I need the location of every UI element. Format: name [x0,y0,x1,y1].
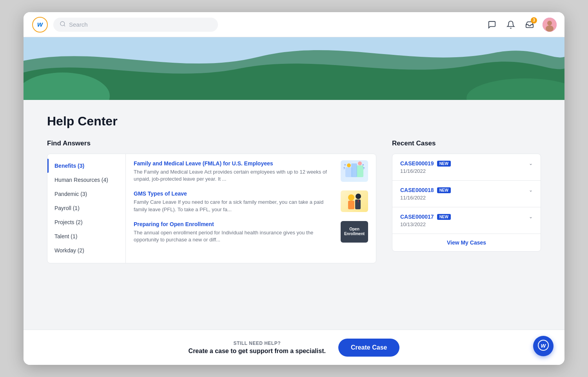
category-item-pandemic[interactable]: Pandemic (3) [47,187,125,201]
article-item-gms: GMS Types of Leave Family Care Leave If … [134,190,368,213]
new-badge-19: NEW [437,161,451,167]
svg-point-0 [60,22,65,26]
floating-widget-icon: w [538,340,549,353]
category-item-talent[interactable]: Talent (1) [47,229,125,243]
article-item-enrollment: Preparing for Open Enrollment The annual… [134,221,368,243]
new-badge-17: NEW [437,214,451,220]
svg-point-17 [348,194,354,201]
category-item-hr[interactable]: Human Resources (4) [47,173,125,187]
create-case-button[interactable]: Create Case [338,339,400,357]
svg-point-11 [358,161,362,165]
article-thumb-gms [341,190,368,212]
nav-right: 3 [486,18,557,32]
hero-illustration [24,37,564,100]
article-title-gms[interactable]: GMS Types of Leave [134,190,334,197]
svg-text:?: ? [343,167,345,170]
article-desc-gms: Family Care Leave If you need to care fo… [134,199,334,213]
svg-text:?: ? [344,164,346,167]
svg-text:w: w [541,342,546,349]
article-thumb-enrollment: OpenEnrollment [341,221,368,243]
enrollment-thumb-text: OpenEnrollment [341,221,368,243]
inbox-icon[interactable]: 3 [524,19,535,31]
category-list: Benefits (3) Human Resources (4) Pandemi… [47,154,126,263]
topnav: w [24,12,564,37]
case-item-17[interactable]: CASE000017 NEW ⌄ 10/13/2022 [392,207,541,234]
svg-rect-18 [348,201,354,209]
svg-point-4 [546,25,554,32]
category-item-payroll[interactable]: Payroll (1) [47,201,125,215]
main-content: Help Center Find Answers Benefits (3) Hu… [24,100,564,330]
avatar-image [543,18,557,32]
case-date-19: 11/16/2022 [400,168,533,174]
articles-list: Family and Medical Leave (FMLA) for U.S.… [126,154,376,263]
find-answers-section: Find Answers Benefits (3) Human Resource… [47,140,376,263]
svg-line-1 [64,25,65,26]
svg-point-9 [347,163,351,167]
article-text-gms: GMS Types of Leave Family Care Leave If … [134,190,334,213]
bottom-description: Create a case to get support from a spec… [189,348,326,355]
new-badge-18: NEW [437,187,451,193]
article-item-fmla: Family and Medical Leave (FMLA) for U.S.… [134,160,368,183]
article-desc-fmla: The Family and Medical Leave Act provide… [134,169,334,183]
category-item-workday[interactable]: Workday (2) [47,243,125,257]
cases-box: CASE000019 NEW ⌄ 11/16/2022 CASE000018 [392,154,541,252]
case-number-19[interactable]: CASE000019 [400,160,434,167]
case-item-18[interactable]: CASE000018 NEW ⌄ 11/16/2022 [392,181,541,207]
floating-widget-button[interactable]: w [533,336,554,356]
case-number-18[interactable]: CASE000018 [400,187,434,193]
avatar[interactable] [543,18,557,32]
app-window: w [24,12,564,365]
svg-text:?: ? [363,167,365,170]
view-my-cases-link[interactable]: View My Cases [392,234,541,251]
case-header-left-18: CASE000018 NEW [400,187,451,193]
find-answers-title: Find Answers [47,140,376,147]
case-number-17[interactable]: CASE000017 [400,214,434,220]
chevron-icon-17: ⌄ [529,214,533,219]
svg-text:?: ? [362,164,364,167]
bottom-bar: STILL NEED HELP? Create a case to get su… [24,330,564,365]
case-header-left-19: CASE000019 NEW [400,160,451,167]
svg-rect-10 [356,165,363,177]
still-need-help-label: STILL NEED HELP? [189,341,326,346]
category-item-projects[interactable]: Projects (2) [47,215,125,229]
bottom-bar-text: STILL NEED HELP? Create a case to get su… [189,341,326,355]
svg-rect-20 [355,199,361,209]
case-date-17: 10/13/2022 [400,221,533,227]
search-bar[interactable] [53,18,218,32]
case-header-19: CASE000019 NEW ⌄ [400,160,533,167]
content-grid: Find Answers Benefits (3) Human Resource… [47,140,541,263]
article-text-fmla: Family and Medical Leave (FMLA) for U.S.… [134,160,334,183]
notifications-icon[interactable] [505,19,517,31]
logo[interactable]: w [31,16,49,33]
article-desc-enrollment: The annual open enrollment period for In… [134,229,334,243]
case-date-18: 11/16/2022 [400,195,533,201]
svg-point-19 [356,194,361,199]
chevron-icon-19: ⌄ [529,161,533,166]
page-title: Help Center [47,114,541,129]
case-header-17: CASE000017 NEW ⌄ [400,214,533,220]
search-input[interactable] [69,21,212,28]
chevron-icon-18: ⌄ [529,187,533,193]
article-title-fmla[interactable]: Family and Medical Leave (FMLA) for U.S.… [134,160,334,167]
article-text-enrollment: Preparing for Open Enrollment The annual… [134,221,334,243]
case-header-left-17: CASE000017 NEW [400,214,451,220]
badge-count: 3 [531,17,537,24]
find-answers-box: Benefits (3) Human Resources (4) Pandemi… [47,154,376,263]
svg-rect-12 [351,163,357,177]
category-item-benefits[interactable]: Benefits (3) [47,159,125,173]
recent-cases-section: Recent Cases CASE000019 NEW ⌄ 11/16/2022 [392,140,541,263]
article-thumb-fmla: ? ? ? ? [341,160,368,182]
recent-cases-title: Recent Cases [392,140,541,147]
case-item-19[interactable]: CASE000019 NEW ⌄ 11/16/2022 [392,154,541,181]
case-header-18: CASE000018 NEW ⌄ [400,187,533,193]
article-title-enrollment[interactable]: Preparing for Open Enrollment [134,221,334,227]
hero-banner [24,37,564,100]
search-icon [60,21,66,29]
workday-logo: w [32,17,48,33]
svg-point-3 [547,21,552,25]
chat-icon[interactable] [486,19,498,31]
